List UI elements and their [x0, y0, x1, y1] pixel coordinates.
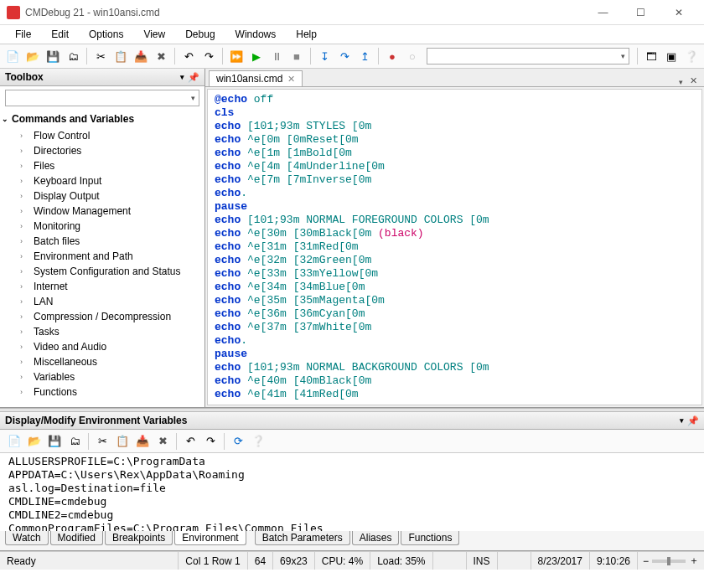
- separator: [176, 433, 177, 450]
- bottom-tab[interactable]: Environment: [174, 531, 246, 545]
- statusbar: Ready Col 1 Row 1 64 69x23 CPU: 4% Load:…: [0, 551, 704, 570]
- toolbox-filter-combo[interactable]: ▾: [5, 90, 199, 106]
- save-icon[interactable]: 💾: [44, 47, 62, 65]
- toolbox-tree[interactable]: ⌄ Commands and Variables ›Flow Control›D…: [0, 110, 204, 407]
- main-toolbar: 📄 📂 💾 🗂 ✂ 📋 📥 ✖ ↶ ↷ ⏩ ▶ ⏸ ■ ↧ ↷ ↥ ● ○ ▾ …: [0, 44, 704, 69]
- cut-icon[interactable]: ✂: [91, 47, 110, 65]
- tabs-close-icon[interactable]: ✕: [686, 75, 701, 86]
- save-all-icon[interactable]: 🗂: [65, 432, 84, 451]
- run-fast-icon[interactable]: ⏩: [227, 47, 246, 65]
- zoom-slider[interactable]: [652, 560, 686, 563]
- bottom-tab[interactable]: Aliases: [352, 531, 400, 545]
- zoom-control[interactable]: − ＋: [638, 554, 704, 568]
- help-icon[interactable]: ❔: [249, 432, 267, 451]
- step-into-icon[interactable]: ↧: [315, 47, 334, 65]
- tree-root[interactable]: ⌄ Commands and Variables: [0, 110, 204, 128]
- bottom-tab[interactable]: Functions: [401, 531, 459, 545]
- open-icon[interactable]: 📂: [25, 432, 44, 451]
- menu-view[interactable]: View: [133, 26, 175, 43]
- tree-item[interactable]: ›Batch files: [0, 234, 204, 249]
- copy-icon[interactable]: 📋: [111, 47, 130, 65]
- maximize-button[interactable]: ☐: [622, 1, 660, 24]
- tree-item-label: Window Management: [34, 205, 131, 217]
- tree-item[interactable]: ›System Configuration and Status: [0, 264, 204, 279]
- menu-options[interactable]: Options: [79, 26, 133, 43]
- close-button[interactable]: ✕: [660, 1, 697, 24]
- file-tab[interactable]: win10ansi.cmd ✕: [209, 70, 303, 86]
- separator: [310, 48, 311, 64]
- menu-windows[interactable]: Windows: [225, 26, 287, 43]
- step-over-icon[interactable]: ↷: [335, 47, 354, 65]
- panel-dropdown-icon[interactable]: ▾: [180, 73, 184, 81]
- separator: [88, 433, 89, 450]
- bottom-tab[interactable]: Watch: [5, 531, 49, 545]
- separator: [174, 48, 175, 64]
- env-list[interactable]: ALLUSERSPROFILE=C:\ProgramDataAPPDATA=C:…: [0, 453, 704, 531]
- code-editor[interactable]: @echo offclsecho [101;93m STYLES [0mecho…: [207, 89, 702, 405]
- bottom-tab[interactable]: Modified: [50, 531, 103, 545]
- tree-item[interactable]: ›Functions: [0, 384, 204, 400]
- tree-item[interactable]: ›Compression / Decompression: [0, 309, 204, 324]
- cut-icon[interactable]: ✂: [93, 432, 111, 451]
- undo-icon[interactable]: ↶: [179, 47, 198, 65]
- run-icon[interactable]: ▶: [247, 47, 266, 65]
- tree-item[interactable]: ›Monitoring: [0, 219, 204, 234]
- bottom-tab[interactable]: Batch Parameters: [255, 531, 350, 545]
- bottom-tab[interactable]: Breakpoints: [105, 531, 173, 545]
- record-icon[interactable]: ●: [383, 47, 401, 65]
- tree-item[interactable]: ›Miscellaneous: [0, 354, 204, 369]
- chevron-right-icon: ›: [20, 297, 28, 306]
- tree-item[interactable]: ›Files: [0, 158, 204, 173]
- help-icon[interactable]: ❔: [682, 47, 701, 65]
- tree-item[interactable]: ›Environment and Path: [0, 249, 204, 264]
- chevron-right-icon: ›: [20, 343, 28, 351]
- delete-icon[interactable]: ✖: [153, 432, 172, 451]
- panel-dropdown-icon[interactable]: ▾: [680, 416, 684, 425]
- redo-icon[interactable]: ↷: [201, 432, 220, 451]
- tree-item[interactable]: ›Flow Control: [0, 128, 204, 143]
- tree-item[interactable]: ›LAN: [0, 294, 204, 309]
- env-line: CMDLINE=cmdebug: [8, 495, 696, 508]
- new-icon[interactable]: 📄: [3, 47, 22, 65]
- tree-item[interactable]: ›Video and Audio: [0, 339, 204, 354]
- tree-item[interactable]: ›Window Management: [0, 204, 204, 219]
- close-tab-icon[interactable]: ✕: [287, 74, 295, 85]
- command-combo[interactable]: ▾: [427, 48, 629, 64]
- tabs-dropdown-icon[interactable]: ▾: [676, 78, 686, 86]
- pause-icon[interactable]: ⏸: [267, 47, 286, 65]
- tree-item[interactable]: ›Tasks: [0, 324, 204, 339]
- paste-icon[interactable]: 📥: [133, 432, 152, 451]
- menu-edit[interactable]: Edit: [41, 26, 79, 43]
- stop-icon[interactable]: ■: [287, 47, 306, 65]
- cmd-icon[interactable]: ▣: [662, 47, 681, 65]
- save-all-icon[interactable]: 🗂: [64, 47, 82, 65]
- copy-icon[interactable]: 📋: [113, 432, 132, 451]
- panel-pin-icon[interactable]: 📌: [188, 72, 199, 83]
- properties-icon[interactable]: 🗔: [642, 47, 660, 65]
- open-icon[interactable]: 📂: [23, 47, 42, 65]
- zoom-in-icon[interactable]: ＋: [689, 554, 699, 568]
- menu-help[interactable]: Help: [286, 26, 327, 43]
- refresh-icon[interactable]: ⟳: [229, 432, 247, 451]
- menu-debug[interactable]: Debug: [175, 26, 225, 43]
- paste-icon[interactable]: 📥: [132, 47, 150, 65]
- zoom-out-icon[interactable]: −: [643, 555, 649, 567]
- panel-pin-icon[interactable]: 📌: [687, 415, 699, 426]
- new-icon[interactable]: 📄: [5, 432, 23, 451]
- step-out-icon[interactable]: ↥: [355, 47, 374, 65]
- undo-icon[interactable]: ↶: [181, 432, 199, 451]
- tree-item[interactable]: ›Variables: [0, 369, 204, 384]
- env-toolbar: 📄 📂 💾 🗂 ✂ 📋 📥 ✖ ↶ ↷ ⟳ ❔: [0, 430, 704, 453]
- tree-item[interactable]: ›Display Output: [0, 188, 204, 204]
- delete-icon[interactable]: ✖: [152, 47, 170, 65]
- status-pos: Col 1 Row 1: [179, 552, 247, 570]
- menu-file[interactable]: File: [5, 26, 41, 43]
- tree-item[interactable]: ›Directories: [0, 143, 204, 158]
- minimize-button[interactable]: —: [584, 1, 622, 24]
- redo-icon[interactable]: ↷: [199, 47, 218, 65]
- save-icon[interactable]: 💾: [45, 432, 64, 451]
- record-off-icon[interactable]: ○: [403, 47, 422, 65]
- tree-item[interactable]: ›Keyboard Input: [0, 173, 204, 188]
- separator: [378, 48, 379, 64]
- tree-item[interactable]: ›Internet: [0, 279, 204, 294]
